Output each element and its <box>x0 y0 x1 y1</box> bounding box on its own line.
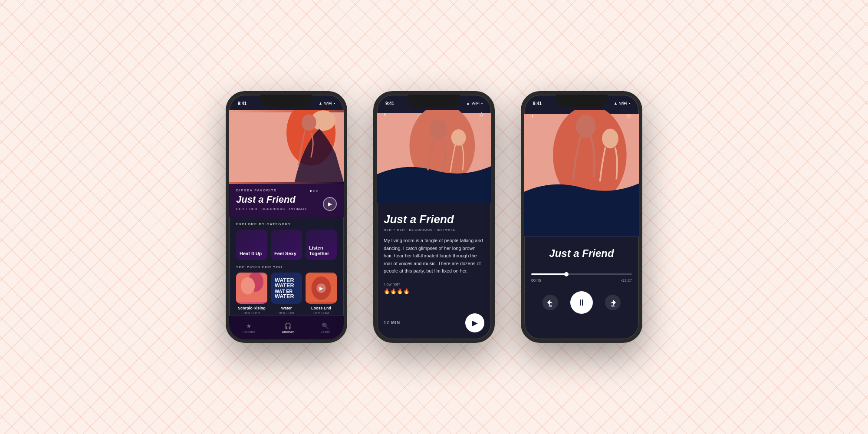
hot-icons: 🔥🔥🔥🔥 <box>384 288 484 294</box>
how-hot-label: How hot? <box>384 282 484 286</box>
story-play-button[interactable]: ▶ <box>465 313 484 332</box>
pick-tags-loose-end: HER + HIM <box>306 312 337 315</box>
tab-search-label: Search <box>321 330 330 333</box>
battery-icon-2: ▪ <box>481 101 483 105</box>
picks-grid: Scorpio Rising HER + HER ★★☆☆☆ WATER WAT… <box>229 273 344 319</box>
tab-favorites-label: Favorites <box>243 330 255 333</box>
phone-2: 9:41 ▲ WiFi ▪ ‹ ☆ <box>373 91 495 343</box>
star-button-2[interactable]: ☆ <box>478 110 484 118</box>
wifi-icon-2: WiFi <box>472 101 480 105</box>
pick-loose-end[interactable]: ▶ Loose End HER + HIM ★★☆☆☆ <box>306 273 337 319</box>
time-row: 00:45 -11:27 <box>524 278 639 283</box>
status-bar-2: 9:41 ▲ WiFi ▪ <box>377 95 491 110</box>
tab-search[interactable]: 🔍 Search <box>321 322 330 333</box>
wifi-icon-3: WiFi <box>619 101 627 105</box>
story-description: My living room is a tangle of people tal… <box>384 237 484 275</box>
svg-point-18 <box>429 118 447 140</box>
time-remaining: -11:27 <box>621 278 632 283</box>
pick-title-scorpio: Scorpio Rising <box>236 306 267 311</box>
tab-discover[interactable]: 🎧 Discover <box>282 322 294 333</box>
story-content: Just a Friend HER + HER · BI-CURIOUS · I… <box>377 206 491 310</box>
featured-label: DIPSEA FAVORITE <box>236 188 337 192</box>
favorites-icon: ★ <box>246 322 252 329</box>
svg-text:WATER: WATER <box>275 293 294 299</box>
featured-title: Just a Friend <box>236 194 337 205</box>
featured-section: DIPSEA FAVORITE Just a Friend HER + HER … <box>229 184 344 217</box>
story-duration: 12 MIN <box>384 320 400 325</box>
pick-water[interactable]: WATER WATER WAT ER WATER Water HER + HIM… <box>271 273 302 319</box>
svg-point-23 <box>602 129 618 148</box>
svg-text:WAT ER: WAT ER <box>275 289 293 294</box>
controls-row: 30 ⏸ 30 <box>524 291 639 314</box>
category-label-listen: Listen Together <box>309 245 333 256</box>
explore-section-title: EXPLORE BY CATEGORY <box>229 217 344 230</box>
discover-screen: DIPSEA FAVORITE Just a Friend HER + HER … <box>229 110 344 339</box>
story-tags: HER + HER · BI-CURIOUS · INTIMATE <box>384 228 484 232</box>
star-button-3[interactable]: ☆ <box>626 112 632 120</box>
pick-scorpio[interactable]: Scorpio Rising HER + HER ★★☆☆☆ <box>236 273 267 319</box>
story-screen: Just a Friend HER + HER · BI-CURIOUS · I… <box>377 110 491 339</box>
progress-bar[interactable] <box>531 273 632 275</box>
pick-title-loose-end: Loose End <box>306 306 337 311</box>
signal-icon: ▲ <box>319 101 322 105</box>
story-footer: 12 MIN ▶ <box>377 313 491 332</box>
featured-play-button[interactable]: ▶ <box>323 197 337 211</box>
pick-thumb-water: WATER WATER WAT ER WATER <box>271 273 302 304</box>
status-icons-3: ▲ WiFi ▪ <box>614 101 630 105</box>
phone-1: 9:41 ▲ WiFi ▪ <box>226 91 347 343</box>
battery-icon-3: ▪ <box>629 101 630 105</box>
story-title: Just a Friend <box>384 213 484 226</box>
pick-title-water: Water <box>271 306 302 311</box>
svg-point-19 <box>451 129 466 146</box>
carousel-dots <box>310 190 318 192</box>
story-art <box>377 110 491 206</box>
pick-thumb-scorpio <box>236 273 267 304</box>
progress-thumb <box>564 272 569 276</box>
svg-text:WATER: WATER <box>275 283 294 289</box>
wifi-icon: WiFi <box>324 101 332 105</box>
category-listen-together[interactable]: Listen Together <box>306 230 337 260</box>
signal-icon-3: ▲ <box>614 101 618 105</box>
player-screen: Just a Friend 00:45 -11:27 30 ⏸ 30 <box>524 110 639 339</box>
player-art <box>524 110 639 240</box>
battery-icon: ▪ <box>334 101 335 105</box>
pick-tags-scorpio: HER + HER <box>236 312 267 315</box>
category-heat-it-up[interactable]: Heat It Up <box>236 230 267 260</box>
category-label-sexy: Feel Sexy <box>274 251 296 256</box>
dot-3 <box>316 190 318 192</box>
status-bar-1: 9:41 ▲ WiFi ▪ <box>229 95 344 110</box>
forward-button[interactable]: 30 <box>605 295 621 310</box>
dot-1 <box>310 190 312 192</box>
featured-tags: HER + HER · BI-CURIOUS · INTIMATE <box>236 207 337 211</box>
tab-bar-1: ★ Favorites 🎧 Discover 🔍 Search <box>229 316 344 339</box>
svg-point-3 <box>302 115 316 131</box>
category-grid: Heat It Up Feel Sexy Listen Together <box>229 230 344 260</box>
player-title: Just a Friend <box>531 247 632 260</box>
rewind-button[interactable]: 30 <box>542 295 558 310</box>
hero-image <box>229 110 344 184</box>
player-content: Just a Friend <box>524 240 639 273</box>
pick-thumb-loose-end: ▶ <box>306 273 337 304</box>
back-button-2[interactable]: ‹ <box>384 110 386 118</box>
pause-button[interactable]: ⏸ <box>570 291 593 314</box>
category-label-heat: Heat It Up <box>240 251 262 256</box>
picks-section-title: TOP PICKS FOR YOU <box>229 260 344 273</box>
back-button-3[interactable]: ‹ <box>531 112 533 120</box>
status-bar-3: 9:41 ▲ WiFi ▪ <box>524 95 639 110</box>
svg-point-22 <box>576 115 595 138</box>
progress-fill <box>531 273 566 275</box>
tab-discover-label: Discover <box>282 330 294 333</box>
status-time-3: 9:41 <box>533 101 542 106</box>
dot-2 <box>313 190 315 192</box>
status-time-2: 9:41 <box>385 101 394 106</box>
svg-point-6 <box>241 277 255 295</box>
tab-favorites[interactable]: ★ Favorites <box>243 322 255 333</box>
pick-tags-water: HER + HIM <box>271 312 302 315</box>
phone-3: 9:41 ▲ WiFi ▪ ‹ ☆ <box>521 91 642 343</box>
search-icon: 🔍 <box>322 322 329 329</box>
status-icons-2: ▲ WiFi ▪ <box>466 101 483 105</box>
status-time-1: 9:41 <box>238 101 247 106</box>
category-feel-sexy[interactable]: Feel Sexy <box>271 230 302 260</box>
svg-text:▶: ▶ <box>319 286 323 291</box>
status-icons-1: ▲ WiFi ▪ <box>319 101 335 105</box>
